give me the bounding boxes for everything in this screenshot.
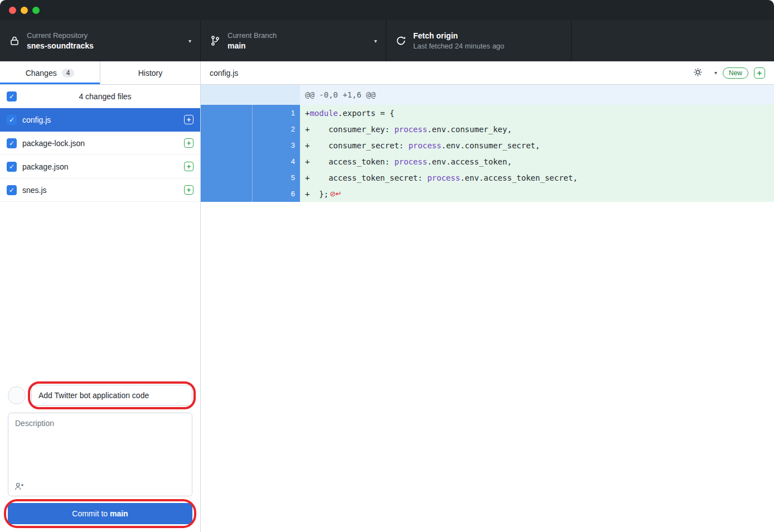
git-branch-icon — [210, 35, 221, 46]
current-repository-dropdown[interactable]: Current Repository snes-soundtracks ▾ — [0, 20, 201, 61]
commit-button-branch: main — [110, 509, 128, 518]
commit-button[interactable]: Commit to main — [8, 503, 192, 524]
file-name: package.json — [22, 162, 178, 171]
old-line-gutter — [201, 170, 252, 186]
sidebar-spacer — [0, 202, 200, 378]
code-line: + consumer_key: process.env.consumer_key… — [300, 121, 774, 137]
sidebar-tabs: Changes 4 History — [0, 61, 200, 85]
gear-icon[interactable] — [693, 67, 703, 79]
lock-icon — [9, 35, 20, 46]
hunk-gutter — [201, 85, 300, 105]
repository-name: snes-soundtracks — [27, 41, 183, 50]
code-line: + access_token: process.env.access_token… — [300, 153, 774, 170]
changed-files-summary-row: ✓ 4 changed files — [0, 85, 200, 108]
tab-changes[interactable]: Changes 4 — [0, 61, 100, 84]
current-branch-dropdown[interactable]: Current Branch main ▾ — [201, 20, 386, 61]
repository-label: Current Repository — [27, 31, 183, 40]
branch-label: Current Branch — [228, 31, 369, 40]
added-status-icon: + — [184, 185, 194, 195]
diff-lines: 1+module.exports = {2+ consumer_key: pro… — [201, 105, 774, 202]
hunk-header: @@ -0,0 +1,6 @@ — [201, 85, 774, 105]
new-line-number: 4 — [252, 153, 300, 170]
toolbar: Current Repository snes-soundtracks ▾ Cu… — [0, 20, 774, 61]
code-line: + };⊘↵ — [300, 186, 774, 202]
zoom-button[interactable] — [32, 7, 40, 14]
old-line-gutter — [201, 105, 252, 121]
sync-icon — [395, 35, 407, 46]
diff-file-name: config.js — [210, 69, 693, 78]
diff-line-3: 3+ consumer_secret: process.env.consumer… — [201, 137, 774, 153]
file-checkbox[interactable]: ✓ — [7, 138, 17, 148]
changed-files-summary: 4 changed files — [17, 92, 194, 101]
new-line-number: 3 — [252, 137, 300, 153]
minimize-button[interactable] — [21, 7, 28, 14]
new-line-number: 2 — [252, 121, 300, 137]
tab-history[interactable]: History — [100, 61, 200, 84]
close-button[interactable] — [9, 7, 16, 14]
titlebar — [0, 0, 774, 20]
file-name: snes.js — [22, 186, 178, 195]
commit-description-input[interactable] — [8, 413, 192, 496]
changed-file-list: ✓config.js+✓package-lock.json+✓package.j… — [0, 108, 200, 202]
commit-form: Commit to main — [0, 378, 200, 532]
fetch-origin-button[interactable]: Fetch origin Last fetched 24 minutes ago — [386, 20, 572, 61]
new-line-number: 1 — [252, 105, 300, 121]
branch-name: main — [228, 41, 369, 50]
chevron-down-icon: ▾ — [188, 38, 191, 44]
diff-body: @@ -0,0 +1,6 @@ 1+module.exports = {2+ c… — [201, 85, 774, 532]
added-status-icon: + — [184, 162, 194, 171]
add-coauthor-icon[interactable] — [14, 481, 24, 491]
old-line-gutter — [201, 137, 252, 153]
toolbar-filler — [572, 20, 774, 61]
diff-file-header: config.js ▾ New + — [201, 61, 774, 85]
file-row-snes.js[interactable]: ✓snes.js+ — [0, 178, 200, 202]
file-row-config.js[interactable]: ✓config.js+ — [0, 108, 200, 132]
code-line: + access_token_secret: process.env.acces… — [300, 170, 774, 186]
diff-line-6: 6+ };⊘↵ — [201, 186, 774, 202]
new-badge: New — [723, 67, 748, 79]
commit-summary-input[interactable] — [31, 385, 192, 406]
file-row-package.json[interactable]: ✓package.json+ — [0, 155, 200, 178]
new-line-number: 6 — [252, 186, 300, 202]
chevron-down-icon: ▾ — [374, 38, 377, 44]
old-line-gutter — [201, 186, 252, 202]
file-name: package-lock.json — [22, 139, 178, 148]
diff-pane: config.js ▾ New + @@ -0,0 +1, — [201, 61, 774, 532]
hunk-header-text: @@ -0,0 +1,6 @@ — [300, 85, 375, 105]
code-line: +module.exports = { — [300, 105, 774, 121]
code-line: + consumer_secret: process.env.consumer_… — [300, 137, 774, 153]
diff-line-2: 2+ consumer_key: process.env.consumer_ke… — [201, 121, 774, 137]
diff-line-5: 5+ access_token_secret: process.env.acce… — [201, 170, 774, 186]
file-checkbox[interactable]: ✓ — [7, 115, 17, 125]
file-checkbox[interactable]: ✓ — [7, 185, 17, 195]
diff-line-4: 4+ access_token: process.env.access_toke… — [201, 153, 774, 170]
tab-changes-label: Changes — [26, 69, 57, 78]
changes-sidebar: Changes 4 History ✓ 4 changed files ✓con… — [0, 61, 201, 532]
fetch-title: Fetch origin — [413, 31, 562, 40]
file-name: config.js — [22, 115, 178, 124]
app-window: Current Repository snes-soundtracks ▾ Cu… — [0, 0, 774, 532]
changes-count-badge: 4 — [62, 69, 75, 78]
check-icon: ✓ — [9, 93, 14, 100]
file-row-package-lock.json[interactable]: ✓package-lock.json+ — [0, 132, 200, 155]
diff-line-1: 1+module.exports = { — [201, 105, 774, 121]
file-checkbox[interactable]: ✓ — [7, 162, 17, 172]
old-line-gutter — [201, 153, 252, 170]
new-line-number: 5 — [252, 170, 300, 186]
avatar — [8, 386, 26, 404]
chevron-down-icon[interactable]: ▾ — [714, 70, 717, 76]
plus-icon[interactable]: + — [754, 67, 765, 79]
no-newline-icon: ⊘↵ — [330, 190, 342, 198]
select-all-checkbox[interactable]: ✓ — [7, 91, 17, 101]
fetch-subtitle: Last fetched 24 minutes ago — [413, 42, 562, 50]
old-line-gutter — [201, 121, 252, 137]
added-status-icon: + — [184, 138, 194, 148]
added-status-icon: + — [184, 115, 194, 124]
tab-history-label: History — [138, 69, 163, 78]
commit-button-label: Commit to — [72, 509, 110, 518]
